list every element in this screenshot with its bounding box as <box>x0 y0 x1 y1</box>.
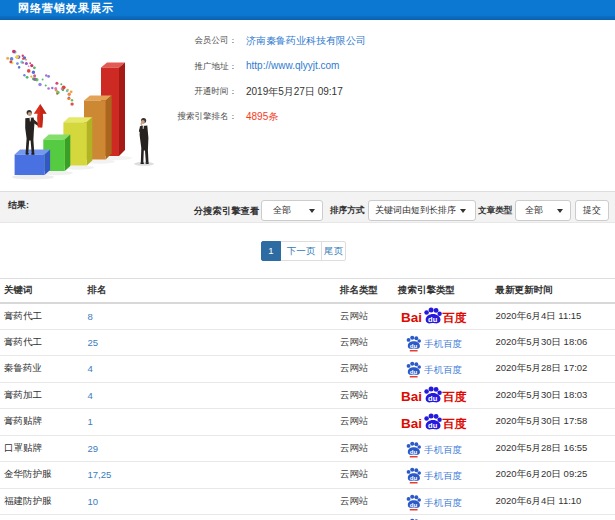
svg-text:du: du <box>410 448 418 455</box>
svg-text:du: du <box>410 342 418 349</box>
svg-text:du: du <box>428 315 438 324</box>
svg-text:百度: 百度 <box>442 390 467 404</box>
svg-text:Bai: Bai <box>401 416 422 431</box>
svg-text:du: du <box>428 421 438 430</box>
svg-text:du: du <box>410 501 418 508</box>
svg-text:du: du <box>428 394 438 403</box>
svg-text:du: du <box>410 368 418 375</box>
svg-text:Bai: Bai <box>401 310 422 325</box>
svg-text:Bai: Bai <box>401 389 422 404</box>
svg-text:du: du <box>410 474 418 481</box>
svg-text:百度: 百度 <box>442 311 467 325</box>
svg-text:百度: 百度 <box>442 416 467 430</box>
